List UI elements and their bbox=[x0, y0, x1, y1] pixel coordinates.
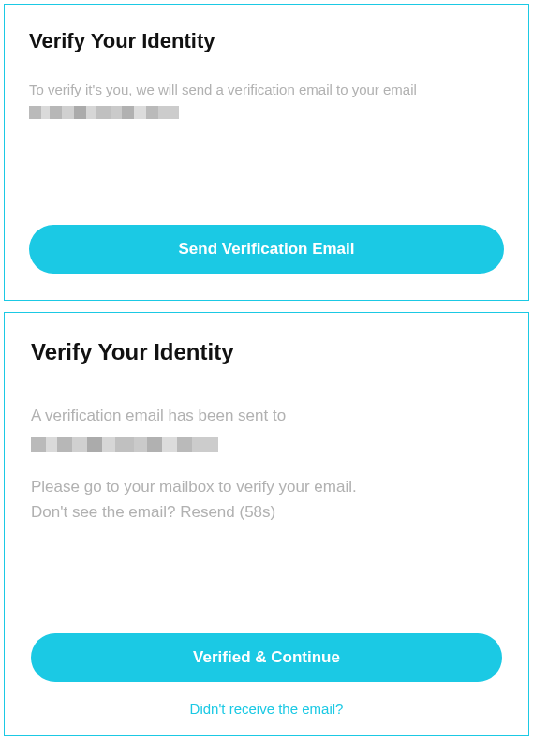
card-title: Verify Your Identity bbox=[29, 29, 504, 53]
verify-description: To verify it's you, we will send a verif… bbox=[29, 80, 504, 122]
card-title: Verify Your Identity bbox=[31, 339, 502, 365]
instruction-line: Please go to your mailbox to verify your… bbox=[31, 474, 502, 499]
resend-countdown-line: Don't see the email? Resend (58s) bbox=[31, 499, 502, 525]
spacer bbox=[31, 526, 502, 633]
sent-line: A verification email has been sent to bbox=[31, 403, 502, 428]
verify-identity-send-card: Verify Your Identity To verify it's you,… bbox=[4, 4, 529, 301]
verified-continue-button[interactable]: Verified & Continue bbox=[31, 633, 502, 682]
didnt-receive-email-link[interactable]: Didn't receive the email? bbox=[31, 691, 502, 722]
desc-prefix-text: To verify it's you, we will send a verif… bbox=[29, 82, 417, 97]
spacer bbox=[29, 122, 504, 225]
redacted-email bbox=[29, 106, 179, 119]
spacer bbox=[31, 465, 502, 474]
verify-identity-confirm-card: Verify Your Identity A verification emai… bbox=[4, 312, 529, 736]
send-verification-email-button[interactable]: Send Verification Email bbox=[29, 225, 504, 274]
redacted-email bbox=[31, 437, 218, 452]
